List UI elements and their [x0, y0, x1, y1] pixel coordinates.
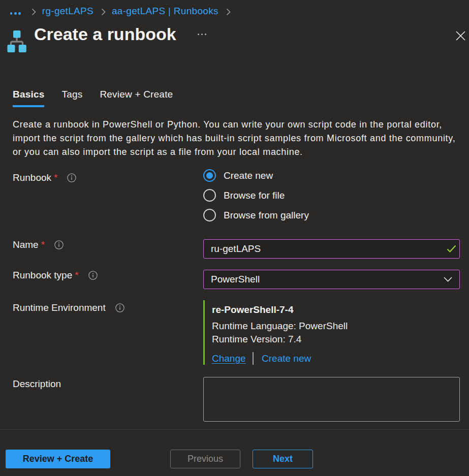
name-label: Name [13, 239, 39, 250]
chevron-right-icon [32, 8, 36, 16]
name-input-value: ru-getLAPS [211, 243, 261, 255]
tab-basics[interactable]: Basics [13, 89, 44, 107]
info-icon[interactable] [115, 303, 124, 312]
valid-check-icon [447, 245, 456, 253]
radio-browse-from-gallery[interactable]: Browse from gallery [203, 209, 309, 221]
description-label: Description [13, 378, 61, 390]
runtime-environment-label: Runtime Environment [13, 302, 106, 313]
runbook-type-select[interactable]: PowerShell [203, 270, 460, 289]
info-icon[interactable] [88, 271, 98, 280]
required-asterisk: * [75, 270, 78, 281]
runbook-type-label: Runbook type [13, 270, 72, 281]
footer-divider [0, 429, 469, 430]
title-ellipsis-icon[interactable] [198, 34, 206, 35]
radio-browse-for-file[interactable]: Browse for file [203, 189, 309, 202]
runbook-label: Runbook [13, 172, 51, 183]
tab-tags[interactable]: Tags [61, 89, 82, 107]
chevron-down-icon [444, 277, 452, 282]
review-create-button[interactable]: Review + Create [6, 450, 110, 468]
info-icon[interactable] [67, 173, 76, 182]
chevron-right-icon [226, 8, 231, 16]
previous-button[interactable]: Previous [170, 450, 240, 468]
breadcrumb: rg-getLAPS aa-getLAPS | Runbooks [10, 5, 237, 18]
tab-bar: Basics Tags Review + Create [13, 89, 190, 107]
runtime-language: Runtime Language: PowerShell [212, 320, 348, 333]
required-asterisk: * [54, 172, 57, 183]
runbook-radio-group: Create new Browse for file Browse from g… [203, 169, 309, 221]
breadcrumb-ellipsis-icon[interactable] [10, 12, 21, 14]
radio-create-new[interactable]: Create new [203, 169, 309, 182]
runtime-name: re-PowerShell-7-4 [212, 304, 348, 315]
runbook-icon [7, 30, 26, 54]
close-icon[interactable] [453, 28, 467, 43]
info-icon[interactable] [54, 240, 64, 249]
runbook-type-value: PowerShell [211, 274, 260, 285]
next-button[interactable]: Next [253, 450, 313, 468]
name-input[interactable]: ru-getLAPS [203, 239, 460, 259]
create-new-link[interactable]: Create new [262, 353, 311, 364]
breadcrumb-link-aa[interactable]: aa-getLAPS | Runbooks [112, 6, 218, 17]
intro-text: Create a runbook in PowerShell or Python… [13, 118, 455, 159]
radio-circle [203, 169, 216, 182]
link-divider [253, 352, 254, 365]
page-title: Create a runbook [34, 24, 176, 44]
required-asterisk: * [41, 239, 45, 250]
radio-circle [203, 209, 216, 221]
chevron-right-icon [101, 8, 106, 16]
radio-circle [203, 189, 216, 202]
runtime-version: Runtime Version: 7.4 [212, 333, 348, 346]
breadcrumb-link-rg[interactable]: rg-getLAPS [42, 6, 93, 17]
description-textarea[interactable] [203, 377, 460, 422]
footer: Review + Create Previous Next [0, 450, 469, 468]
change-link[interactable]: Change [212, 353, 246, 364]
create-runbook-blade: rg-getLAPS aa-getLAPS | Runbooks Create … [0, 0, 469, 476]
runtime-environment-box: re-PowerShell-7-4 Runtime Language: Powe… [203, 300, 348, 365]
tab-review-create[interactable]: Review + Create [100, 89, 173, 107]
form: Runbook * Create new Browse for file Bro… [0, 169, 469, 422]
